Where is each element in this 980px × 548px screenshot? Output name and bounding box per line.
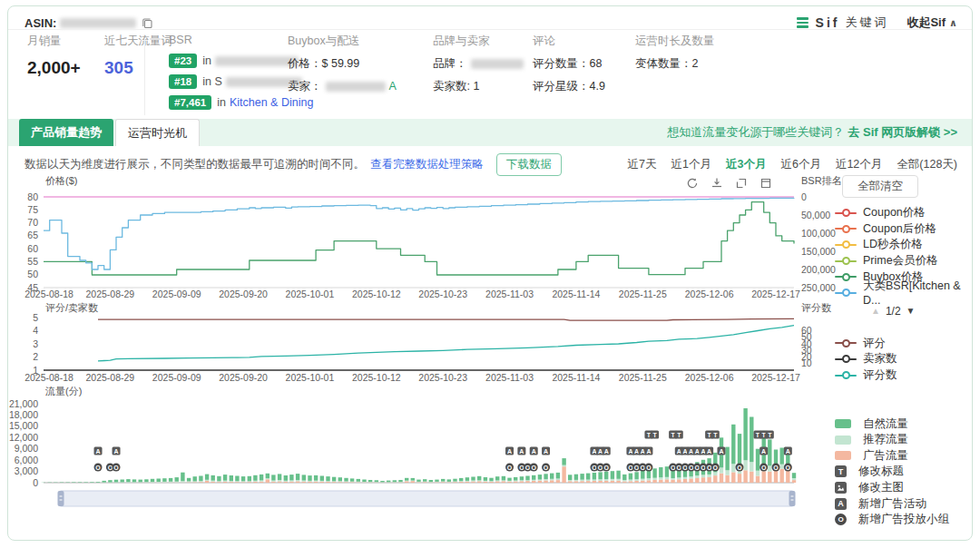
clear-all-button[interactable]: 全部清空 [842,175,918,198]
zoom-box-icon[interactable] [735,177,748,190]
range-filter-1[interactable]: 近1个月 [671,157,711,172]
range-filter-3[interactable]: 近6个月 [780,157,820,172]
traffic-chart[interactable]: 流量(分)21,00018,00015,00012,0009,0006,0003… [18,386,835,518]
tab-operation-time-machine[interactable]: 运营时光机 [115,119,200,146]
bar-segment [611,481,614,483]
bar-segment [731,425,735,465]
legend-label: LD秒杀价格 [863,237,923,252]
bar-segment [738,474,741,483]
rating-legend-item[interactable]: 评分 [835,336,976,352]
bar-segment [314,482,318,483]
copy-icon[interactable] [142,17,153,29]
data-zoom-brush[interactable] [61,491,792,506]
svg-text:2025-10-01: 2025-10-01 [286,289,335,299]
price-legend-item[interactable]: Prime会员价格 [835,253,976,269]
brush-handle-right[interactable] [789,491,796,506]
bar-segment [416,480,420,482]
svg-text:A: A [761,448,766,455]
bar-segment [248,482,251,483]
bar-segment [659,477,662,479]
data-policy-link[interactable]: 查看完整数据处理策略 [370,157,484,172]
traffic-legend-item[interactable]: A新增广告活动 [835,495,976,512]
price-legend-item[interactable]: Coupon价格 [835,205,976,221]
bar-segment [689,476,692,478]
charts-area: 价格($)BSR排名8075706560555045050,000100,000… [18,175,835,518]
tab-bar: 产品销量趋势 运营时光机 想知道流量变化源于哪些关键词？ 去 Sif 网页版解锁… [8,119,972,146]
bar-segment [574,475,578,480]
bar-segment [593,473,596,480]
bar-segment [665,477,669,480]
traffic-legend-item[interactable]: 修改主图 [835,480,976,496]
bar-segment [181,473,184,482]
bar-segment [387,481,390,483]
svg-text:80: 80 [27,191,38,202]
price-bsr-chart[interactable]: 价格($)BSR排名8075706560555045050,000100,000… [18,175,835,302]
svg-text:2025-10-23: 2025-10-23 [418,289,467,299]
rating-legend-item[interactable]: 评分数 [835,367,976,384]
brush-handle-left[interactable] [58,491,64,506]
bar-segment [411,481,415,482]
bar-segment [634,481,638,483]
banner-unlock-link[interactable]: 去 Sif 网页版解锁 >> [848,124,957,141]
stat-buybox: Buybox与配送 价格：$ 59.99 卖家：A [288,34,397,102]
range-filter-5[interactable]: 全部(128天) [897,157,957,172]
stat-value[interactable]: 305 [104,58,172,78]
page-indicator: 1/2 [886,305,901,318]
bar-segment [762,471,766,483]
bar-segment [622,480,626,481]
bar-segment [550,479,554,480]
brand-label: 品牌： [433,57,467,70]
range-filter-2[interactable]: 近3个月 [726,157,766,172]
restore-box-icon[interactable] [760,177,772,190]
svg-text:6,000: 6,000 [15,455,38,465]
line-marker-icon [835,212,857,214]
bar-segment [96,482,100,483]
bar-segment [725,475,729,483]
traffic-legend-item[interactable]: 推荐流量 [835,432,976,448]
bar-segment [495,481,499,483]
bsr-badge: #23 [169,54,197,68]
legend-label: 评分 [863,336,886,351]
bar-segment [652,478,656,480]
keyword-promo-banner: 想知道流量变化源于哪些关键词？ 去 Sif 网页版解锁 >> [667,119,972,146]
traffic-legend-item[interactable]: 自然流量 [835,416,976,432]
svg-text:2025-09-20: 2025-09-20 [219,289,268,299]
bar-segment [586,480,590,482]
bar-segment [629,474,632,480]
rating-sellers-chart[interactable]: 评分/卖家数评分数543216050403020102025-08-182025… [18,302,835,386]
bar-segment [532,475,535,480]
price-legend-item[interactable]: 大类BSR[Kitchen & D... [835,285,976,301]
svg-text:A: A [532,448,536,455]
bar-segment [296,481,299,483]
rating-legend-item[interactable]: 卖家数 [835,351,976,367]
download-data-button[interactable]: 下载数据 [496,153,562,176]
price-legend-item[interactable]: Coupon后价格 [835,221,976,238]
bar-segment [707,477,710,483]
bar-segment [720,467,723,473]
legend-label: 自然流量 [863,416,908,432]
download-icon[interactable] [710,177,723,190]
range-filter-4[interactable]: 近12个月 [836,157,882,172]
price-legend-item[interactable]: LD秒杀价格 [835,237,976,253]
page-up-icon[interactable]: ▲ [871,306,880,316]
bar-swatch-icon [835,419,851,428]
svg-text:O: O [95,465,101,471]
svg-text:2025-11-25: 2025-11-25 [619,289,667,299]
bar-segment [302,475,306,480]
bar-segment [235,476,239,482]
tab-product-sales-trend[interactable]: 产品销量趋势 [19,119,113,146]
bar-segment [544,481,547,484]
traffic-legend-item[interactable]: O新增广告投放小组 [835,512,976,528]
bar-segment [344,482,348,483]
svg-text:A: A [646,448,651,455]
stat-label: 评论 [533,34,605,49]
traffic-legend-item[interactable]: T修改标题 [835,464,976,480]
bar-segment [344,478,348,482]
page-down-icon[interactable]: ▼ [906,306,916,316]
refresh-icon[interactable] [686,177,699,190]
bar-segment [435,482,438,483]
bar-segment [314,481,318,482]
traffic-legend-item[interactable]: 广告流量 [835,448,976,465]
range-filter-0[interactable]: 近7天 [628,157,657,172]
bar-segment [731,464,735,472]
